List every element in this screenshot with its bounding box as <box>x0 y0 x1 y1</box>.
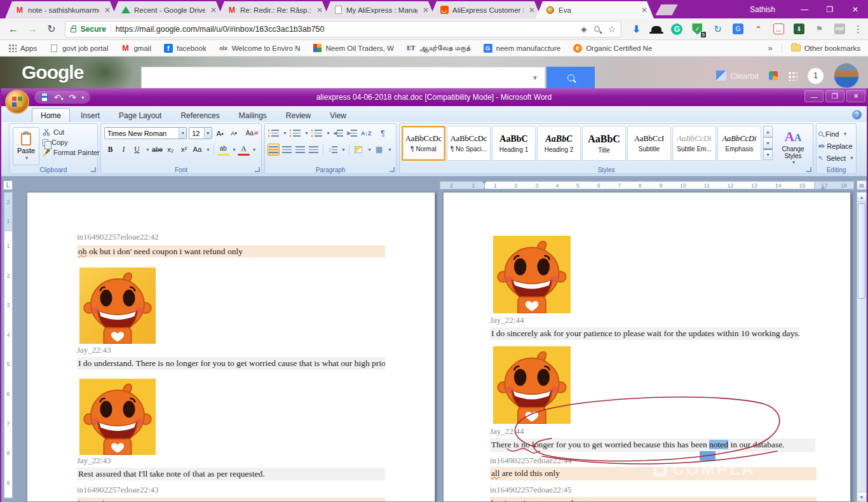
cut-button[interactable]: Cut <box>43 128 100 136</box>
tab-page-layout[interactable]: Page Layout <box>111 109 170 122</box>
chevron-down-icon[interactable]: ▼ <box>367 147 372 152</box>
tab-review[interactable]: Review <box>278 109 319 122</box>
close-button[interactable]: ✕ <box>843 0 868 18</box>
word-restore-button[interactable]: ❐ <box>825 90 844 102</box>
italic-button[interactable]: I <box>118 144 130 156</box>
highlight-button[interactable]: ab <box>217 144 229 156</box>
chevron-down-icon[interactable]: ▼ <box>304 131 309 135</box>
styles-scroll-down-icon[interactable]: ▼ <box>763 137 773 149</box>
align-right-button[interactable] <box>294 144 306 156</box>
new-tab-button[interactable] <box>655 4 677 15</box>
horizontal-ruler[interactable]: 21 123456789101112131415 1718 <box>440 180 854 190</box>
styles-more-icon[interactable]: ▼ <box>763 149 773 160</box>
chevron-down-icon[interactable]: ▼ <box>232 147 236 152</box>
tab-close-icon[interactable]: ✕ <box>527 6 536 15</box>
word-close-button[interactable]: ✕ <box>846 90 865 102</box>
chevron-down-icon[interactable]: ▼ <box>341 147 346 152</box>
strikethrough-button[interactable]: abe <box>151 144 163 156</box>
right-indent-marker[interactable] <box>820 186 826 190</box>
style-heading1[interactable]: AaBbCHeading 1 <box>492 126 536 161</box>
redo-icon[interactable]: ↷ <box>69 93 76 102</box>
subscript-button[interactable]: x₂ <box>165 144 177 156</box>
selected-text[interactable]: noted <box>709 440 728 449</box>
show-hide-pilcrow-button[interactable]: ¶ <box>377 127 389 139</box>
address-bar[interactable]: Secure https://mail.google.com/mail/u/0/… <box>65 21 621 37</box>
clearbit-widget[interactable]: Clearbit <box>716 71 759 81</box>
grow-font-button[interactable]: A▴ <box>214 127 226 139</box>
view-ruler-toggle[interactable]: ▤ <box>857 180 867 190</box>
ext-spy-icon[interactable] <box>651 23 663 35</box>
chevron-down-icon[interactable]: ▼ <box>179 128 186 139</box>
decrease-indent-button[interactable]: ◀ <box>332 127 344 139</box>
superscript-button[interactable]: x² <box>178 144 190 156</box>
shrink-font-button[interactable]: A▾ <box>228 127 240 139</box>
bookmark-item[interactable]: eOrganic Certified Ne <box>573 44 652 53</box>
other-bookmarks[interactable]: Other bookmarks <box>791 44 860 52</box>
scrollbar-thumb[interactable] <box>858 203 865 299</box>
style-no-spacing[interactable]: AaBbCcDc¶ No Spaci... <box>447 126 491 161</box>
page-left[interactable]: in164902257edoae22:42 oh ok but i don' n… <box>27 192 435 502</box>
tab-view[interactable]: View <box>322 109 355 122</box>
browser-menu-icon[interactable]: ⋮ <box>853 24 863 35</box>
format-painter-button[interactable]: Format Painter <box>43 149 100 156</box>
tab-close-icon[interactable]: ✕ <box>103 6 112 15</box>
bookmark-star-icon[interactable]: ☆ <box>607 24 616 34</box>
sort-button[interactable]: A↓Z <box>360 127 372 139</box>
shading-button[interactable] <box>353 144 365 156</box>
bookmark-item[interactable]: govt job portal <box>50 44 108 53</box>
ext-session-icon[interactable]: ↻ <box>712 23 724 35</box>
style-title[interactable]: AaBbCTitle <box>582 126 626 161</box>
change-case-button[interactable]: Aa <box>191 144 203 156</box>
office-button[interactable] <box>5 90 29 114</box>
clear-formatting-button[interactable]: Aa <box>246 127 258 139</box>
ext-translate-icon[interactable]: G <box>732 23 744 35</box>
underline-button[interactable]: U <box>131 144 143 156</box>
scroll-up-icon[interactable]: ▲ <box>857 193 866 202</box>
undo-icon[interactable]: ↶▾ <box>54 93 63 102</box>
chevron-down-icon[interactable]: ▼ <box>283 131 287 135</box>
tab-insert[interactable]: Insert <box>72 109 108 122</box>
style-emphasis[interactable]: AaBbCcDiEmphasis <box>717 126 761 161</box>
vertical-scrollbar[interactable]: ▲ ▼ <box>857 192 867 502</box>
chevron-down-icon[interactable]: ▼ <box>252 147 257 152</box>
chevron-down-icon[interactable]: ▼ <box>532 74 538 81</box>
ext-grammarly-icon[interactable]: G <box>671 23 683 35</box>
scroll-down-icon[interactable]: ▼ <box>857 492 866 501</box>
chevron-down-icon[interactable]: ▼ <box>146 147 150 152</box>
tab-stop-selector[interactable]: L <box>3 180 13 190</box>
bookmark-item[interactable]: ETஆயுர்வேத மருத் <box>407 44 471 53</box>
multilevel-list-button[interactable] <box>311 127 323 139</box>
minimize-button[interactable]: — <box>792 0 817 18</box>
bold-button[interactable]: B <box>104 144 116 156</box>
tab-mailings[interactable]: Mailings <box>231 109 275 122</box>
bookmark-item[interactable]: Gneem manufaccture <box>484 44 561 53</box>
forward-icon[interactable]: → <box>24 21 41 37</box>
style-heading2[interactable]: AaBbCHeading 2 <box>537 126 581 161</box>
chevron-down-icon[interactable]: ▼ <box>388 147 392 152</box>
first-line-indent-marker[interactable] <box>481 180 487 184</box>
bookmark-item[interactable]: olxWelcome to Enviro N <box>219 44 301 53</box>
vertical-ruler[interactable]: 21 123456789 <box>4 192 13 501</box>
tab-close-icon[interactable]: ✕ <box>209 6 218 15</box>
font-size-combo[interactable]: 12▼ <box>189 127 212 139</box>
page-right[interactable]: Jay_22:44 I do sincerely ask for your pa… <box>443 192 851 502</box>
style-subtle-emphasis[interactable]: AaBbCcDiSubtle Em... <box>672 126 716 161</box>
style-subtitle[interactable]: AaBbCcISubtitle <box>627 126 671 161</box>
justify-button[interactable] <box>308 144 320 156</box>
copy-button[interactable]: Copy <box>43 139 100 146</box>
restore-button[interactable]: ❐ <box>817 0 843 18</box>
ext-pdf-icon[interactable]: PDF <box>834 23 846 35</box>
zoom-icon[interactable] <box>594 26 600 32</box>
bookmark-item[interactable]: Neem Oil Traders, W <box>313 44 393 53</box>
align-center-button[interactable] <box>281 144 293 156</box>
tab-aliexpress-service[interactable]: ◡ AliExpress Customer Se ✕ <box>430 1 541 18</box>
dialog-launcher-icon[interactable] <box>91 167 96 172</box>
url-text[interactable]: https://mail.google.com/mail/u/0/#inbox/… <box>116 25 576 34</box>
gmail-search-button[interactable] <box>546 67 595 88</box>
tab-close-icon[interactable]: ✕ <box>421 6 430 15</box>
tab-close-icon[interactable]: ✕ <box>315 6 324 15</box>
replace-button[interactable]: abReplace <box>818 140 854 152</box>
tab-eva-active[interactable]: Eva ✕ <box>536 1 654 18</box>
save-icon[interactable] <box>41 93 48 101</box>
bookmark-item[interactable]: ffacebook <box>164 44 207 53</box>
